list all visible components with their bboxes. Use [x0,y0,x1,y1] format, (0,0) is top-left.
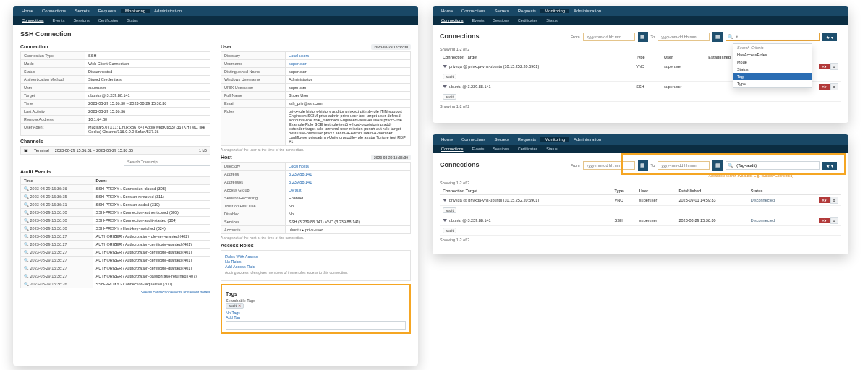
audit-more-link[interactable]: See all connection events and event deta… [20,290,210,294]
delete-button[interactable]: ✕▾ [819,84,830,90]
value-link[interactable]: 3.239.88.141 [289,172,312,176]
nav-connections[interactable]: Connections [457,9,490,13]
subnav-sessions[interactable]: Sessions [69,18,93,22]
nav-monitoring[interactable]: Monitoring [121,9,150,13]
from-date-input[interactable] [583,161,635,170]
cell-value: privx-role history-history auditor privx… [286,108,411,146]
dropdown-item[interactable]: Mode [733,59,812,66]
expand-icon[interactable] [443,65,447,68]
delete-button[interactable]: ✕▾ [819,218,830,223]
value-link[interactable]: superuser [289,61,306,66]
from-calendar-icon[interactable]: ▦ [638,160,648,171]
link-add-access-role[interactable]: Add Access Role [225,264,407,269]
audit-row[interactable]: 🔍 2023-08-29 15:36:26SSH-PROXY › Connect… [21,280,210,288]
nav-administration[interactable]: Administration [150,9,186,13]
to-calendar-icon[interactable]: ▦ [712,32,723,42]
nav-administration[interactable]: Administration [569,137,605,142]
subnav-events[interactable]: Events [48,18,69,22]
row-menu-button[interactable]: ≡ [830,63,838,70]
audit-row[interactable]: 🔍 2023-08-29 15:36:36SSH-PROXY › Connect… [21,185,210,193]
subnav-status[interactable]: Status [542,147,562,151]
expand-icon[interactable] [443,199,447,202]
subnav-status[interactable]: Status [122,18,142,22]
to-calendar-icon[interactable]: ▦ [712,160,723,171]
connection-row[interactable]: privxqa @ privxqa-vnc-ubuntu (10.15.252.… [440,195,841,206]
audit-row[interactable]: 🔍 2023-08-29 15:36:27AUTHORIZER › Author… [21,257,210,264]
to-label: To [651,35,655,39]
nav-connections[interactable]: Connections [457,137,490,142]
nav-home[interactable]: Home [437,9,457,13]
subnav-events[interactable]: Events [468,18,489,22]
dropdown-item[interactable]: HasAccessRoles [733,51,812,59]
link-no-roles[interactable]: No Roles [225,259,407,264]
audit-row[interactable]: 🔍 2023-08-29 15:36:35SSH-PROXY › Session… [21,193,210,201]
dropdown-item[interactable]: Status [733,66,812,73]
subnav-sessions[interactable]: Sessions [488,147,513,151]
value-link[interactable]: Local hosts [289,164,309,168]
section-channels: Channels [20,139,210,144]
advanced-toggle-button[interactable]: ★ ▾ [822,162,837,170]
dropdown-item[interactable]: Tag [733,73,812,80]
subnav-connections[interactable]: Connections [437,147,468,151]
subnav-events[interactable]: Events [468,147,489,151]
audit-row[interactable]: 🔍 2023-08-29 15:36:30SSH-PROXY › Connect… [21,209,210,217]
add-tag-link[interactable]: Add Tag [226,315,240,319]
nav-monitoring[interactable]: Monitoring [540,137,569,142]
section-user: User 2023-08-29 15:36:30 [221,44,411,49]
search-transcript-input[interactable] [124,158,210,166]
search-input[interactable] [726,33,820,41]
nav-secrets[interactable]: Secrets [70,9,93,13]
subnav-connections[interactable]: Connections [17,18,48,22]
delete-button[interactable]: ✕▾ [819,64,830,69]
table-row: StatusDisconnected [21,68,210,76]
from-date-input[interactable] [583,33,635,41]
subnav-certificates[interactable]: Certificates [94,18,123,22]
delete-button[interactable]: ✕▾ [819,197,830,203]
nav-requests[interactable]: Requests [94,9,121,13]
link-roles-with-access[interactable]: Roles With Access [225,254,407,259]
value-link[interactable]: Local users [289,53,309,58]
subnav-certificates[interactable]: Certificates [514,18,542,22]
nav-requests[interactable]: Requests [514,137,540,142]
nav-primary: Home Connections Secrets Requests Monito… [13,6,418,16]
nav-monitoring[interactable]: Monitoring [540,9,569,13]
nav-connections[interactable]: Connections [38,9,70,13]
to-date-input[interactable] [658,161,710,170]
table-row: DirectoryLocal users [221,52,411,60]
advanced-toggle-button[interactable]: ★ ▾ [822,33,837,41]
dropdown-item[interactable]: Type [733,80,812,87]
audit-row[interactable]: 🔍 2023-08-29 15:36:30SSH-PROXY › Host-ke… [21,225,210,233]
tag-chip: audit [443,207,456,213]
add-tag-input[interactable] [226,321,406,330]
value-link[interactable]: 3.239.88.141 [289,180,312,184]
row-menu-button[interactable]: ≡ [830,197,838,204]
subnav-sessions[interactable]: Sessions [488,18,513,22]
subnav-status[interactable]: Status [542,18,562,22]
tag-remove-icon[interactable]: ✕ [238,304,241,308]
from-calendar-icon[interactable]: ▦ [638,32,648,42]
channel-row[interactable]: ▣ Terminal 2023-08-29 15:36:31 – 2023-08… [20,146,210,155]
audit-row[interactable]: 🔍 2023-08-29 15:36:27AUTHORIZER › Author… [21,272,210,280]
to-date-input[interactable] [658,33,710,41]
subnav-certificates[interactable]: Certificates [514,147,542,151]
nav-requests[interactable]: Requests [514,9,540,13]
search-input[interactable] [726,161,820,170]
audit-row[interactable]: 🔍 2023-08-29 15:36:27AUTHORIZER › Author… [21,264,210,272]
audit-row[interactable]: 🔍 2023-08-29 15:36:30SSH-PROXY › Connect… [21,217,210,225]
nav-home[interactable]: Home [437,137,457,142]
audit-row[interactable]: 🔍 2023-08-29 15:36:27AUTHORIZER › Author… [21,233,210,241]
nav-administration[interactable]: Administration [569,9,605,13]
nav-secrets[interactable]: Secrets [490,9,513,13]
expand-icon[interactable] [443,219,447,222]
audit-row[interactable]: 🔍 2023-08-29 15:36:27AUTHORIZER › Author… [21,249,210,257]
value-link[interactable]: Default [289,188,301,192]
subnav-connections[interactable]: Connections [437,18,468,22]
audit-row[interactable]: 🔍 2023-08-29 15:36:31SSH-PROXY › Session… [21,201,210,209]
expand-icon[interactable] [443,85,447,88]
row-menu-button[interactable]: ≡ [830,83,838,90]
nav-secrets[interactable]: Secrets [490,137,513,142]
connection-row[interactable]: ubuntu @ 3.239.88.141SSHsuperuser2023-08… [440,215,841,226]
audit-row[interactable]: 🔍 2023-08-29 15:36:27AUTHORIZER › Author… [21,241,210,249]
nav-home[interactable]: Home [17,9,38,13]
row-menu-button[interactable]: ≡ [830,217,838,224]
